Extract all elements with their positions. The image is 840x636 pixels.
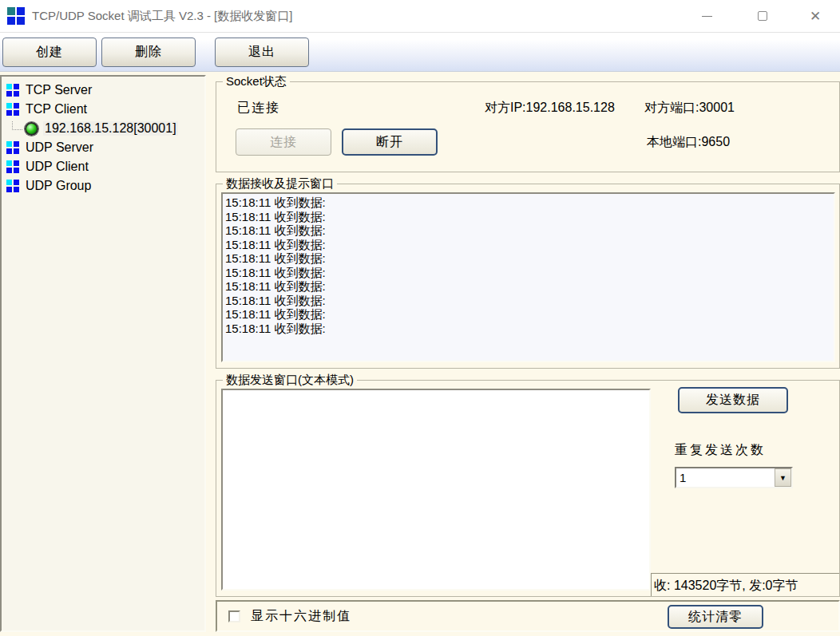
receive-group: 数据接收及提示窗口 15:18:11 收到数据: 15:18:11 收到数据: …	[216, 184, 840, 369]
tree-item-label: TCP Client	[26, 102, 87, 117]
receive-line: 15:18:11 收到数据:	[225, 251, 834, 266]
close-icon: ✕	[810, 10, 821, 23]
peer-port: 对方端口:30001	[644, 100, 735, 117]
socket-type-icon	[6, 180, 20, 193]
create-button[interactable]: 创建	[2, 38, 97, 67]
exit-button[interactable]: 退出	[215, 38, 309, 67]
receive-line: 15:18:11 收到数据:	[225, 322, 834, 336]
hex-display-checkbox[interactable]	[228, 610, 240, 622]
minimize-button[interactable]	[679, 0, 735, 32]
window-title: TCP/UDP Socket 调试工具 V2.3 - [数据收发窗口]	[32, 9, 292, 24]
receive-line: 15:18:11 收到数据:	[225, 223, 834, 238]
tree-item-tcp-client[interactable]: TCP Client	[3, 100, 203, 119]
tree-item-label: 192.168.15.128[30001]	[43, 121, 178, 136]
window-controls: ✕	[679, 0, 840, 32]
send-group: 数据发送窗口(文本模式) 发送数据 重复发送次数 1 ▼ 收: 143520字节…	[216, 380, 840, 597]
group-title: 数据发送窗口(文本模式)	[223, 373, 357, 386]
tree-item-label: UDP Group	[26, 179, 91, 193]
group-title: Socket状态	[223, 75, 290, 88]
socket-tree: TCP Server TCP Client 192.168.15.128[300…	[0, 75, 206, 632]
repeat-count-value: 1	[676, 468, 775, 487]
disconnect-button[interactable]: 断开	[342, 128, 438, 156]
tree-item-label: UDP Server	[26, 140, 93, 155]
socket-type-icon	[6, 141, 20, 155]
send-controls: 发送数据 重复发送次数 1 ▼ 收: 143520字节, 发:0字节	[651, 381, 839, 596]
maximize-button[interactable]	[735, 0, 790, 32]
receive-line: 15:18:11 收到数据:	[225, 210, 834, 224]
group-title: 数据接收及提示窗口	[223, 177, 337, 190]
tree-item-udp-group[interactable]: UDP Group	[3, 176, 203, 196]
tree-item-connection[interactable]: 192.168.15.128[30001]	[3, 119, 203, 138]
app-window: TCP/UDP Socket 调试工具 V2.3 - [数据收发窗口] ✕ 创建…	[0, 0, 840, 636]
toolbar: 创建 删除 退出	[0, 33, 840, 72]
socket-type-icon	[6, 160, 20, 174]
receive-line: 15:18:11 收到数据:	[225, 266, 834, 280]
tree-item-tcp-server[interactable]: TCP Server	[3, 81, 203, 100]
clear-stats-button[interactable]: 统计清零	[668, 605, 763, 629]
bottom-panel: 显示十六进制值 统计清零	[216, 600, 840, 632]
connection-state: 已连接	[237, 100, 485, 117]
dropdown-button[interactable]: ▼	[775, 468, 791, 487]
maximize-icon	[758, 11, 767, 21]
socket-status-group: Socket状态 已连接 对方IP:192.168.15.128 对方端口:30…	[216, 81, 840, 172]
content-panel: Socket状态 已连接 对方IP:192.168.15.128 对方端口:30…	[206, 73, 840, 636]
send-data-button[interactable]: 发送数据	[678, 387, 788, 413]
close-button[interactable]: ✕	[790, 0, 840, 32]
receive-line: 15:18:11 收到数据:	[225, 196, 834, 210]
connected-socket-icon	[25, 122, 38, 136]
receive-line: 15:18:11 收到数据:	[225, 279, 834, 294]
chevron-down-icon: ▼	[779, 474, 787, 482]
send-textarea[interactable]	[221, 389, 651, 591]
hex-display-label: 显示十六进制值	[251, 608, 351, 625]
delete-button[interactable]: 删除	[101, 38, 196, 67]
connect-button[interactable]: 连接	[236, 128, 331, 156]
local-port: 本地端口:9650	[647, 134, 730, 151]
tree-connector	[12, 121, 22, 130]
tree-item-label: TCP Server	[26, 83, 92, 97]
byte-counter-status: 收: 143520字节, 发:0字节	[651, 573, 839, 596]
connection-row: 连接 断开 本地端口:9650	[236, 128, 839, 156]
socket-type-icon	[6, 84, 20, 97]
receive-line: 15:18:11 收到数据:	[225, 307, 834, 322]
status-row: 已连接 对方IP:192.168.15.128 对方端口:30001	[237, 100, 839, 117]
minimize-icon	[702, 16, 712, 17]
socket-type-icon	[6, 103, 20, 117]
peer-ip: 对方IP:192.168.15.128	[485, 100, 644, 117]
repeat-count-label: 重复发送次数	[675, 442, 766, 459]
repeat-count-combobox[interactable]: 1 ▼	[675, 467, 793, 488]
tree-item-udp-client[interactable]: UDP Client	[3, 157, 203, 176]
receive-line: 15:18:11 收到数据:	[225, 294, 834, 308]
receive-line: 15:18:11 收到数据:	[225, 238, 834, 252]
main-area: TCP Server TCP Client 192.168.15.128[300…	[0, 72, 840, 636]
titlebar: TCP/UDP Socket 调试工具 V2.3 - [数据收发窗口] ✕	[0, 0, 840, 33]
app-icon	[7, 7, 25, 25]
tree-item-udp-server[interactable]: UDP Server	[3, 138, 203, 157]
receive-log[interactable]: 15:18:11 收到数据: 15:18:11 收到数据: 15:18:11 收…	[221, 192, 835, 362]
tree-item-label: UDP Client	[26, 160, 89, 174]
